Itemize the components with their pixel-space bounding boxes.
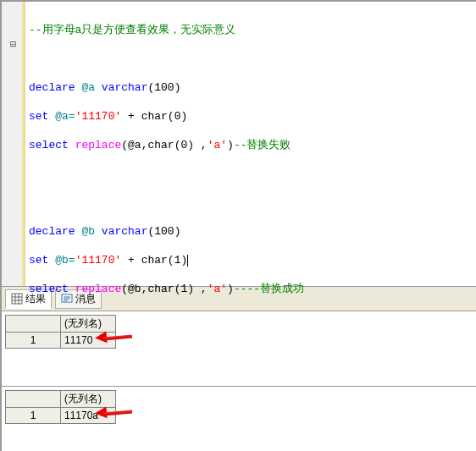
row-number: 1	[6, 408, 61, 424]
column-header[interactable]: (无列名)	[61, 316, 116, 333]
code-textarea[interactable]: --用字母a只是方便查看效果，无实际意义 declare @a varchar(…	[25, 2, 476, 286]
text-caret	[187, 255, 188, 267]
change-indicator	[22, 2, 25, 286]
corner-cell	[6, 391, 61, 408]
column-header[interactable]: (无列名)	[61, 391, 116, 408]
results-grid-pane-1: (无列名) 1 11170	[2, 311, 476, 387]
editor-gutter: ⊟	[2, 2, 25, 286]
collapse-toggle[interactable]: ⊟	[2, 37, 25, 52]
sql-editor-pane[interactable]: ⊟ --用字母a只是方便查看效果，无实际意义 declare @a varcha…	[2, 2, 476, 286]
corner-cell	[6, 316, 61, 333]
results-grid-pane-2: (无列名) 1 11170a	[2, 387, 476, 451]
code-comment: --用字母a只是方便查看效果，无实际意义	[29, 24, 235, 36]
row-number: 1	[6, 333, 61, 349]
annotation-arrow	[95, 407, 132, 419]
grid-icon	[11, 293, 23, 305]
annotation-arrow	[95, 332, 132, 344]
svg-rect-0	[12, 294, 22, 304]
